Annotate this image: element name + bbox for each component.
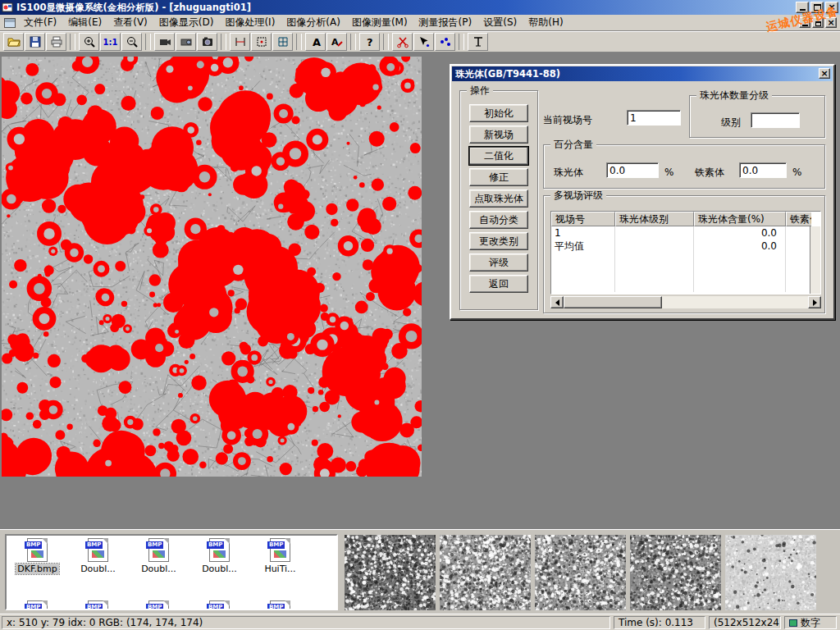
menu-item[interactable]: 查看(V) <box>107 15 153 30</box>
op-button[interactable]: 更改类别 <box>469 232 528 250</box>
scroll-track[interactable] <box>564 296 808 308</box>
text-edit-button[interactable]: A <box>326 33 347 51</box>
help-button[interactable]: ? <box>359 33 380 51</box>
op-button[interactable]: 点取珠光体 <box>469 189 528 208</box>
column-header[interactable]: 珠光体级别 <box>615 212 694 226</box>
count-dots-button[interactable] <box>435 33 455 51</box>
menu-item[interactable]: 测量报告(P) <box>413 15 478 30</box>
column-header[interactable]: 视场号 <box>551 212 615 226</box>
thumbnail-4[interactable] <box>725 535 816 610</box>
caliper-button[interactable] <box>230 33 250 51</box>
op-button[interactable]: 修正 <box>469 168 528 186</box>
scroll-left-button[interactable] <box>550 296 564 308</box>
maximize-button[interactable] <box>810 2 824 13</box>
scroll-right-button[interactable] <box>808 296 821 308</box>
menu-item[interactable]: 图像测量(M) <box>346 15 413 30</box>
metallograph-image[interactable] <box>2 57 422 477</box>
minimize-button[interactable] <box>796 2 809 13</box>
projector-icon <box>180 35 193 48</box>
menu-item[interactable]: 帮助(H) <box>523 15 568 30</box>
measure-area-button[interactable] <box>251 33 272 51</box>
menu-item[interactable]: 图像显示(D) <box>153 15 220 30</box>
child-close-button[interactable]: × <box>825 17 837 28</box>
file-item[interactable]: BMPDoubl... <box>130 537 188 577</box>
numeric-mode-icon <box>789 619 797 627</box>
projector-button[interactable] <box>176 33 196 51</box>
bmp-badge: BMP <box>267 541 285 549</box>
table-row[interactable]: 平均值0.0 <box>551 240 811 253</box>
zoom-out-button[interactable] <box>121 33 142 51</box>
column-header[interactable]: 铁素体 <box>786 212 811 226</box>
file-item-partial[interactable]: BMP <box>190 600 249 610</box>
table-row[interactable] <box>551 279 811 292</box>
print-button[interactable] <box>46 33 66 51</box>
point-count-button[interactable] <box>413 33 434 51</box>
scroll-thumb[interactable] <box>564 296 662 308</box>
table-cell <box>786 253 811 266</box>
table-cell <box>551 253 615 266</box>
thumbnail-2[interactable] <box>535 535 626 610</box>
thumbnail-0[interactable] <box>345 535 436 610</box>
app-icon[interactable] <box>2 2 13 13</box>
pearlite-dialog: 珠光体(GB/T9441-88) × 操作 初始化新视场二值化修正点取珠光体自动… <box>450 64 835 320</box>
page-fold-icon <box>224 600 230 606</box>
file-item-partial[interactable]: BMP <box>130 600 188 610</box>
menu-item[interactable]: 图像分析(A) <box>281 15 346 30</box>
current-field-input[interactable] <box>627 110 681 126</box>
child-restore-button[interactable] <box>812 17 824 28</box>
dialog-title: 珠光体(GB/T9441-88) <box>455 68 560 80</box>
table-row[interactable]: 10.0 <box>551 226 811 240</box>
dialog-title-bar[interactable]: 珠光体(GB/T9441-88) × <box>452 66 833 81</box>
thumbnail-1[interactable] <box>440 535 531 610</box>
column-header[interactable]: 珠光体含量(%) <box>694 212 786 226</box>
text-button[interactable]: A <box>305 33 326 51</box>
status-time: Time (s): 0.113 <box>614 616 705 629</box>
close-button[interactable]: × <box>825 2 838 13</box>
measure-grid-button[interactable] <box>272 33 293 51</box>
table-vertical-scrollbar[interactable] <box>810 226 820 294</box>
menu-item[interactable]: 图像处理(I) <box>219 15 281 30</box>
menu-item[interactable]: 设置(S) <box>477 15 523 30</box>
file-item-partial[interactable]: BMP <box>251 600 309 610</box>
menu-item[interactable]: 文件(F) <box>18 15 62 30</box>
file-item[interactable]: BMPDoubl... <box>69 537 127 577</box>
cut-button[interactable] <box>392 33 413 51</box>
grade-input[interactable] <box>751 112 800 128</box>
actual-size-button[interactable]: 1:1 <box>100 33 121 51</box>
op-button[interactable]: 返回 <box>469 275 528 293</box>
ruler-button[interactable] <box>468 33 488 51</box>
op-button[interactable]: 二值化 <box>469 147 528 165</box>
table-row[interactable] <box>551 253 811 266</box>
file-item-partial[interactable]: BMP <box>8 600 66 610</box>
child-minimize-button[interactable] <box>799 17 810 28</box>
menu-item[interactable]: 编辑(E) <box>62 15 107 30</box>
file-item[interactable]: BMPHuiTi... <box>251 537 309 577</box>
window-controls: × <box>796 2 838 13</box>
camera-button[interactable] <box>197 33 217 51</box>
video-camera-button[interactable] <box>154 33 175 51</box>
caliper-icon <box>234 35 247 48</box>
file-item[interactable]: BMPDoubl... <box>190 537 249 577</box>
zoom-in-button[interactable] <box>79 33 99 51</box>
pearlite-percent-input[interactable] <box>606 162 659 178</box>
table-horizontal-scrollbar[interactable] <box>550 296 821 308</box>
file-name: Doubl... <box>139 564 178 574</box>
open-button[interactable] <box>3 33 24 51</box>
file-item[interactable]: BMPDKF.bmp <box>8 537 66 577</box>
table-row[interactable] <box>551 266 811 279</box>
dialog-close-button[interactable]: × <box>819 68 830 79</box>
ferrite-percent-input[interactable] <box>739 162 787 178</box>
child-window-icon[interactable] <box>4 18 16 28</box>
percent-group: 百分含量 珠光体 % 铁素体 % <box>543 144 825 189</box>
file-item-partial[interactable]: BMP <box>69 600 127 610</box>
thumbnail-3[interactable] <box>630 535 721 610</box>
op-button[interactable]: 自动分类 <box>469 211 528 229</box>
window-title: IS100显微摄像系统(金相分析版) - [zhuguangti01] <box>16 2 251 14</box>
op-button[interactable]: 初始化 <box>469 104 528 122</box>
thumbnail-art <box>213 550 226 558</box>
op-button[interactable]: 新视场 <box>469 126 528 144</box>
table-cell <box>615 240 694 253</box>
file-listbox[interactable]: BMPDKF.bmpBMPDoubl...BMPDoubl...BMPDoubl… <box>5 534 338 610</box>
op-button[interactable]: 评级 <box>469 253 528 272</box>
save-button[interactable] <box>25 33 45 51</box>
